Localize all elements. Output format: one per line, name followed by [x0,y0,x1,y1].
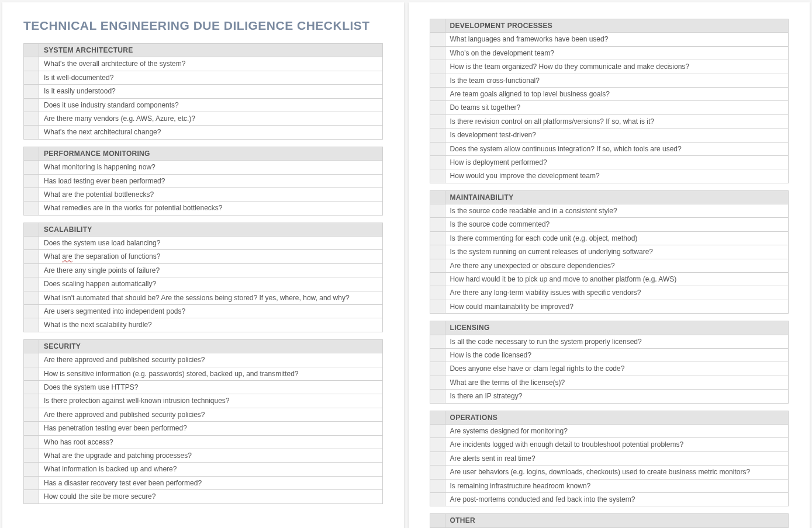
section-header-row: SECURITY [24,339,383,353]
checkbox-cell[interactable] [24,422,39,435]
checkbox-cell[interactable] [430,142,445,155]
checkbox-cell[interactable] [430,169,445,183]
checklist-item: How could maintainability be improved? [445,300,789,313]
checklist-row: Does the system use HTTPS? [24,380,383,394]
checkbox-cell[interactable] [430,114,445,128]
checkbox-cell[interactable] [24,98,39,112]
checkbox-cell[interactable] [24,174,39,187]
checklist-table: OPERATIONSAre systems designed for monit… [430,411,789,507]
checklist-section: LICENSINGIs all the code necessary to ru… [430,321,789,403]
checklist-table: DEVELOPMENT PROCESSESWhat languages and … [430,19,789,183]
header-checkbox-cell [24,223,39,236]
checkbox-cell[interactable] [430,492,445,506]
checklist-row: Does the system allow continuous integra… [430,142,789,155]
checkbox-cell[interactable] [430,87,445,100]
checklist-item: Is there protection against well-known i… [39,394,383,408]
checklist-item: Does anyone else have or clam legal righ… [445,362,789,376]
checkbox-cell[interactable] [24,237,39,250]
checkbox-cell[interactable] [24,187,39,201]
header-checkbox-cell [24,44,39,57]
section-heading: OTHER [445,514,789,527]
checkbox-cell[interactable] [24,367,39,380]
checklist-item: Are users segmented into independent pod… [39,305,383,318]
checkbox-cell[interactable] [430,466,445,479]
checkbox-cell[interactable] [430,60,445,74]
checklist-row: Are alerts sent in real time? [430,451,789,465]
page-left: TECHNICAL ENGINEERING DUE DILIGENCE CHEC… [2,2,404,528]
checkbox-cell[interactable] [430,33,445,46]
checklist-item: Does the system use HTTPS? [39,380,383,394]
checkbox-cell[interactable] [430,204,445,218]
checkbox-cell[interactable] [430,155,445,169]
checkbox-cell[interactable] [24,161,39,174]
checklist-item: What remedies are in the works for poten… [39,202,383,215]
section-heading: MAINTAINABILITY [445,190,789,204]
checkbox-cell[interactable] [430,376,445,389]
checkbox-cell[interactable] [24,318,39,332]
checkbox-cell[interactable] [430,424,445,437]
checkbox-cell[interactable] [24,490,39,503]
checkbox-cell[interactable] [24,408,39,421]
checklist-item: What languages and frameworks have been … [445,33,789,46]
checkbox-cell[interactable] [430,451,445,465]
checklist-section: SYSTEM ARCHITECTUREWhat's the overall ar… [23,43,383,140]
checkbox-cell[interactable] [430,348,445,362]
checklist-row: Is there an IP strategy? [430,390,789,403]
checklist-row: What isn't automated that should be? Are… [24,291,383,304]
checklist-item: What are the separation of functions? [39,250,383,263]
checkbox-cell[interactable] [430,335,445,348]
checkbox-cell[interactable] [24,380,39,394]
checkbox-cell[interactable] [430,218,445,231]
checkbox-cell[interactable] [430,390,445,403]
checkbox-cell[interactable] [24,112,39,125]
checkbox-cell[interactable] [24,394,39,408]
section-header-row: SCALABILITY [24,223,383,236]
checklist-row: Does the system use load balancing? [24,237,383,250]
section-heading: OPERATIONS [445,411,789,424]
checklist-row: How would you improve the development te… [430,169,789,183]
checkbox-cell[interactable] [24,449,39,462]
checklist-row: Is development test-driven? [430,128,789,142]
checkbox-cell[interactable] [430,259,445,272]
checklist-row: Are post-mortems conducted and fed back … [430,492,789,506]
checkbox-cell[interactable] [430,101,445,114]
checklist-row: What remedies are in the works for poten… [24,202,383,215]
checkbox-cell[interactable] [430,245,445,259]
checkbox-cell[interactable] [24,250,39,263]
checkbox-cell[interactable] [430,74,445,87]
checkbox-cell[interactable] [430,273,445,286]
checklist-row: What languages and frameworks have been … [430,33,789,46]
section-heading: SCALABILITY [39,223,383,236]
checklist-item: Who has root access? [39,435,383,449]
checkbox-cell[interactable] [430,128,445,142]
checkbox-cell[interactable] [430,362,445,376]
checklist-row: Is the source code commented? [430,218,789,231]
checklist-row: Is the team cross-functional? [430,74,789,87]
checklist-item: What's the next architectural change? [39,126,383,139]
checkbox-cell[interactable] [24,435,39,449]
checkbox-cell[interactable] [24,126,39,139]
checkbox-cell[interactable] [24,463,39,476]
checklist-item: Is the system running on current release… [445,245,789,259]
checkbox-cell[interactable] [430,438,445,451]
checkbox-cell[interactable] [430,479,445,492]
checkbox-cell[interactable] [430,231,445,245]
checkbox-cell[interactable] [24,263,39,277]
checkbox-cell[interactable] [24,277,39,291]
checkbox-cell[interactable] [24,353,39,367]
checkbox-cell[interactable] [24,85,39,98]
checkbox-cell[interactable] [430,286,445,300]
checkbox-cell[interactable] [24,71,39,84]
checklist-section: DEVELOPMENT PROCESSESWhat languages and … [430,19,789,183]
checkbox-cell[interactable] [24,291,39,304]
header-checkbox-cell [430,514,445,527]
checkbox-cell[interactable] [24,57,39,71]
checkbox-cell[interactable] [24,305,39,318]
checkbox-cell[interactable] [24,476,39,489]
checkbox-cell[interactable] [430,46,445,60]
checklist-item: Does the system use load balancing? [39,237,383,250]
checkbox-cell[interactable] [24,202,39,215]
checklist-table: SYSTEM ARCHITECTUREWhat's the overall ar… [23,43,383,140]
checkbox-cell[interactable] [430,300,445,313]
checklist-row: Who's on the development team? [430,46,789,60]
